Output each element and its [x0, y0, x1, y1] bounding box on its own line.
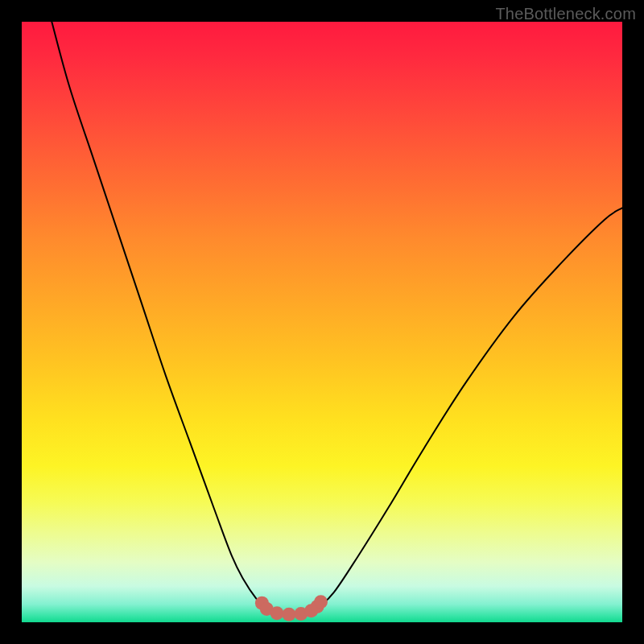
plot-area	[22, 22, 622, 622]
curve-marker	[282, 608, 295, 621]
curve-marker	[314, 595, 328, 609]
chart-frame: TheBottleneck.com	[0, 0, 644, 644]
curve-marker	[270, 606, 284, 620]
bottleneck-curve	[22, 22, 622, 622]
watermark-text: TheBottleneck.com	[495, 5, 636, 23]
curve-path	[52, 22, 622, 615]
